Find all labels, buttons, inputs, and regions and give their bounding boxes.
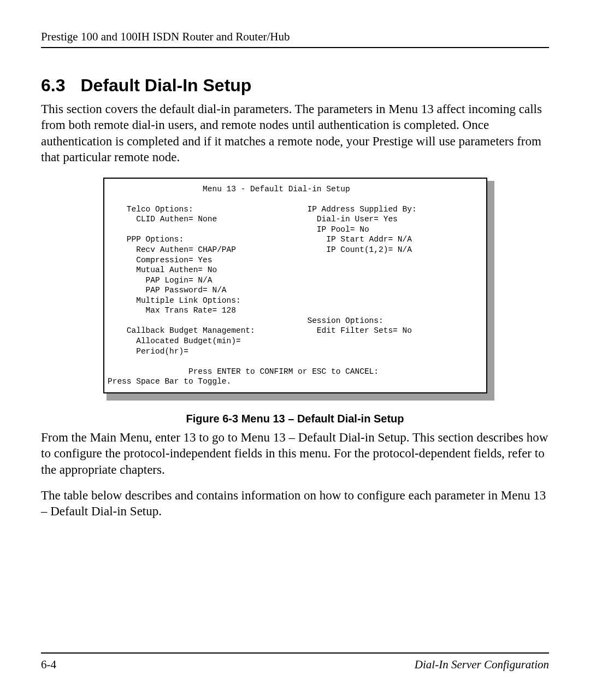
running-head: Prestige 100 and 100IH ISDN Router and R… xyxy=(41,30,549,48)
page-footer: 6-4 Dial-In Server Configuration xyxy=(41,652,549,672)
page: Prestige 100 and 100IH ISDN Router and R… xyxy=(0,0,590,700)
page-number: 6-4 xyxy=(41,658,56,672)
section-title-text: Default Dial-In Setup xyxy=(80,75,251,95)
figure: Menu 13 - Default Dial-in Setup Telco Op… xyxy=(107,181,494,401)
chapter-title-footer: Dial-In Server Configuration xyxy=(415,658,549,672)
intro-paragraph: This section covers the default dial-in … xyxy=(41,101,549,166)
section-heading: 6.3Default Dial-In Setup xyxy=(41,75,549,96)
figure-caption: Figure 6-3 Menu 13 – Default Dial-in Set… xyxy=(41,413,549,425)
figure-shadow-inner: Menu 13 - Default Dial-in Setup Telco Op… xyxy=(107,181,494,397)
post-figure-paragraph-1: From the Main Menu, enter 13 to go to Me… xyxy=(41,430,549,478)
figure-shadow: Menu 13 - Default Dial-in Setup Telco Op… xyxy=(107,181,494,401)
terminal-screen: Menu 13 - Default Dial-in Setup Telco Op… xyxy=(103,178,487,393)
post-figure-paragraph-2: The table below describes and contains i… xyxy=(41,487,549,520)
section-number: 6.3 xyxy=(41,75,65,96)
